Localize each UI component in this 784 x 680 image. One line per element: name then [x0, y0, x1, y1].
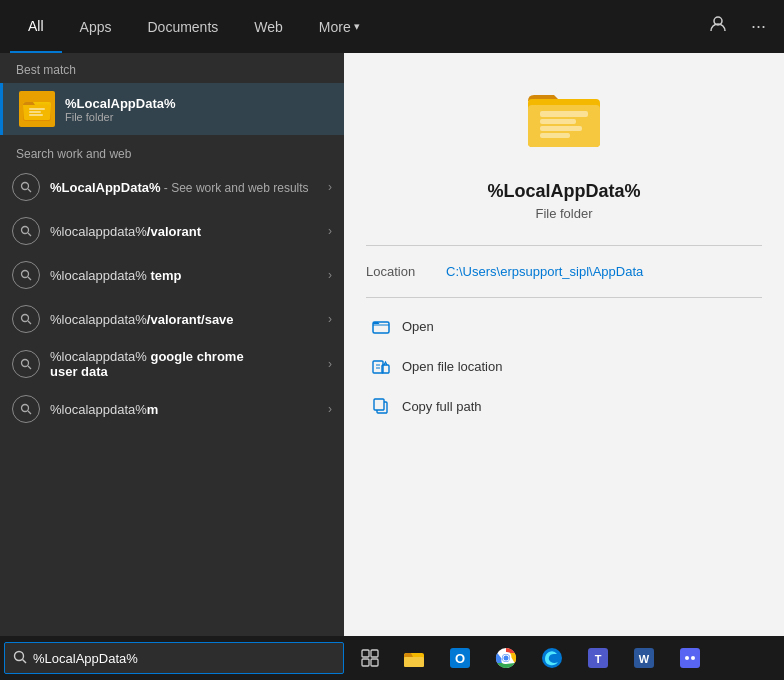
svg-rect-24: [540, 133, 570, 138]
chevron-right-icon: ›: [328, 357, 332, 371]
svg-point-11: [22, 271, 29, 278]
taskbar-outlook[interactable]: O: [438, 636, 482, 680]
folder-icon-large: [524, 83, 604, 169]
svg-point-9: [22, 227, 29, 234]
svg-point-7: [22, 183, 29, 190]
taskbar-word[interactable]: W: [622, 636, 666, 680]
open-file-location-icon: [370, 355, 392, 377]
result-text: %localappdata%m: [50, 402, 328, 417]
action-copy-full-path-label: Copy full path: [402, 399, 482, 414]
svg-line-14: [28, 321, 31, 324]
result-text: %LocalAppData% - See work and web result…: [50, 180, 328, 195]
best-match-item[interactable]: %LocalAppData% File folder: [0, 83, 344, 135]
svg-point-53: [691, 656, 695, 660]
svg-rect-6: [29, 114, 43, 116]
location-path[interactable]: C:\Users\erpsupport_sipl\AppData: [446, 264, 643, 279]
svg-text:T: T: [595, 653, 602, 665]
svg-rect-4: [29, 108, 45, 110]
svg-rect-35: [371, 650, 378, 657]
svg-line-8: [28, 189, 31, 192]
svg-point-15: [22, 360, 29, 367]
main-area: Best match: [0, 53, 784, 636]
action-open-label: Open: [402, 319, 434, 334]
search-result-item[interactable]: %localappdata%/valorant ›: [0, 209, 344, 253]
svg-rect-22: [540, 119, 576, 124]
best-match-subtitle: File folder: [65, 111, 176, 123]
search-result-item[interactable]: %localappdata%m ›: [0, 387, 344, 431]
svg-rect-5: [29, 111, 41, 113]
best-match-title: %LocalAppData%: [65, 96, 176, 111]
svg-rect-34: [362, 650, 369, 657]
search-icon: [12, 305, 40, 333]
svg-line-10: [28, 233, 31, 236]
search-icon: [12, 350, 40, 378]
svg-rect-36: [362, 659, 369, 666]
location-row: Location C:\Users\erpsupport_sipl\AppDat…: [366, 258, 762, 285]
svg-text:W: W: [639, 653, 650, 665]
svg-text:O: O: [455, 651, 465, 666]
search-icon: [12, 395, 40, 423]
right-panel-type: File folder: [535, 206, 592, 221]
search-icon: [12, 217, 40, 245]
top-nav: All Apps Documents Web More ▾ ···: [0, 0, 784, 53]
search-result-item[interactable]: %localappdata% temp ›: [0, 253, 344, 297]
svg-point-45: [504, 656, 509, 661]
left-panel: Best match: [0, 53, 344, 636]
svg-point-32: [15, 651, 24, 660]
chevron-right-icon: ›: [328, 312, 332, 326]
action-copy-full-path[interactable]: Copy full path: [366, 386, 762, 426]
taskbar-edge[interactable]: [530, 636, 574, 680]
tab-documents[interactable]: Documents: [129, 0, 236, 53]
result-text: %localappdata% temp: [50, 268, 328, 283]
svg-rect-39: [404, 657, 424, 667]
taskbar-discord[interactable]: [668, 636, 712, 680]
search-result-item[interactable]: %localappdata% google chromeuser data ›: [0, 341, 344, 387]
taskbar-search-input[interactable]: [33, 651, 335, 666]
tab-web[interactable]: Web: [236, 0, 301, 53]
best-match-text: %LocalAppData% File folder: [65, 96, 176, 123]
svg-line-33: [23, 659, 27, 663]
svg-rect-21: [540, 111, 588, 117]
svg-point-13: [22, 315, 29, 322]
tab-all[interactable]: All: [10, 0, 62, 53]
svg-line-18: [28, 411, 31, 414]
result-text: %localappdata%/valorant/save: [50, 312, 328, 327]
action-open[interactable]: Open: [366, 306, 762, 346]
svg-rect-37: [371, 659, 378, 666]
action-open-file-location-label: Open file location: [402, 359, 502, 374]
chevron-right-icon: ›: [328, 180, 332, 194]
action-open-file-location[interactable]: Open file location: [366, 346, 762, 386]
chevron-right-icon: ›: [328, 402, 332, 416]
svg-point-17: [22, 405, 29, 412]
search-icon: [12, 173, 40, 201]
search-result-item[interactable]: %LocalAppData% - See work and web result…: [0, 165, 344, 209]
search-result-item[interactable]: %localappdata%/valorant/save ›: [0, 297, 344, 341]
chevron-right-icon: ›: [328, 224, 332, 238]
svg-rect-23: [540, 126, 582, 131]
taskbar-teams[interactable]: T: [576, 636, 620, 680]
svg-rect-51: [680, 648, 700, 668]
result-text: %localappdata% google chromeuser data: [50, 349, 328, 379]
tab-more[interactable]: More ▾: [301, 0, 378, 53]
taskbar-chrome[interactable]: [484, 636, 528, 680]
taskbar-file-explorer[interactable]: [392, 636, 436, 680]
tab-apps[interactable]: Apps: [62, 0, 130, 53]
taskbar-search-box[interactable]: [4, 642, 344, 674]
task-view-button[interactable]: [350, 638, 390, 678]
svg-line-16: [28, 366, 31, 369]
more-options-button[interactable]: ···: [743, 11, 774, 42]
taskbar: O T W: [0, 636, 784, 680]
open-icon: [370, 315, 392, 337]
svg-point-52: [685, 656, 689, 660]
divider2: [366, 297, 762, 298]
search-work-label: Search work and web: [0, 139, 344, 165]
svg-rect-31: [374, 399, 384, 410]
person-icon-button[interactable]: [701, 11, 735, 42]
svg-line-12: [28, 277, 31, 280]
location-label: Location: [366, 264, 446, 279]
chevron-down-icon: ▾: [354, 20, 360, 33]
copy-icon: [370, 395, 392, 417]
chevron-right-icon: ›: [328, 268, 332, 282]
best-match-label: Best match: [0, 53, 344, 83]
result-text: %localappdata%/valorant: [50, 224, 328, 239]
